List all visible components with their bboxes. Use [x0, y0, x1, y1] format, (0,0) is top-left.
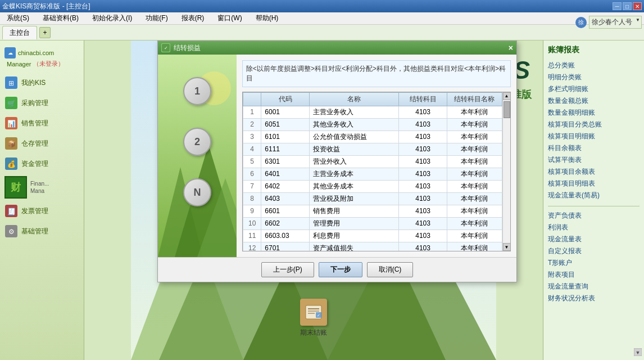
- sidebar-label-sales: 销售管理: [21, 119, 48, 128]
- sidebar-label-finance-mgr: 资金管理: [21, 159, 48, 169]
- cell-no: 12: [243, 242, 261, 251]
- next-button[interactable]: 下一步: [319, 262, 362, 277]
- menu-function[interactable]: 功能(F): [143, 12, 170, 24]
- report-multi-col[interactable]: 多栏式明细账: [548, 83, 640, 95]
- window-controls[interactable]: ─ □ ✕: [613, 2, 642, 10]
- modal-close-button[interactable]: ×: [509, 43, 513, 52]
- close-button[interactable]: ✕: [633, 2, 642, 10]
- report-calc-item-detail[interactable]: 核算项目明细账: [548, 130, 640, 142]
- app-title: 金蝶KIS商贸标准版 - [主控台]: [2, 2, 90, 11]
- col-transfer-name: 结转科目名称: [447, 92, 502, 106]
- table-row[interactable]: 8 6403 营业税及附加 4103 本年利润: [243, 192, 502, 205]
- table-row[interactable]: 5 6301 营业外收入 4103 本年利润: [243, 155, 502, 168]
- report-cashflow-simple[interactable]: 现金流量表(简易): [548, 190, 640, 201]
- table-row[interactable]: 11 6603.03 利息费用 4103 本年利润: [243, 230, 502, 242]
- sidebar-item-basic[interactable]: ⚙ 基础管理: [0, 221, 84, 241]
- cell-transfer-code: 4103: [399, 106, 447, 118]
- cell-code: 6602: [261, 217, 310, 230]
- report-trial-balance[interactable]: 试算平衡表: [548, 154, 640, 166]
- report-t-account[interactable]: T形账户: [548, 257, 640, 269]
- cell-name: 销售费用: [310, 205, 399, 217]
- scroll-down-button[interactable]: ▼: [503, 243, 511, 251]
- modal-title-bar: ✓ 结转损益 ×: [158, 41, 516, 55]
- report-calc-detail[interactable]: 核算项目明细表: [548, 178, 640, 190]
- cell-transfer-code: 4103: [399, 242, 447, 251]
- report-qty-amount-total[interactable]: 数量金额总账: [548, 95, 640, 107]
- sidebar-item-purchase[interactable]: 🛒 采购管理: [0, 93, 84, 113]
- cell-name: 营业外收入: [310, 155, 399, 168]
- cell-transfer-name: 本年利润: [447, 118, 502, 130]
- table-row[interactable]: 7 6402 其他业务成本 4103 本年利润: [243, 180, 502, 192]
- cell-name: 公允价值变动损益: [310, 130, 399, 143]
- cell-name: 其他业务成本: [310, 180, 399, 192]
- menu-help[interactable]: 帮助(H): [253, 12, 281, 24]
- table-row[interactable]: 3 6101 公允价值变动损益 4103 本年利润: [243, 130, 502, 143]
- cell-name: 管理费用: [310, 217, 399, 230]
- sidebar-item-finance-mgr[interactable]: 💰 资金管理: [0, 154, 84, 174]
- report-calc-balance[interactable]: 核算项目余额表: [548, 166, 640, 178]
- cell-name: 营业税及附加: [310, 192, 399, 205]
- menu-system[interactable]: 系统(S): [4, 12, 31, 24]
- cell-code: 6101: [261, 130, 310, 143]
- report-calc-item-total[interactable]: 核算项目分类总账: [548, 119, 640, 130]
- cell-code: 6051: [261, 118, 310, 130]
- period-close-icon: ✓: [300, 299, 327, 326]
- prev-button[interactable]: 上一步(P): [261, 262, 314, 277]
- tab-add-button[interactable]: +: [39, 27, 51, 38]
- scroll-thumb[interactable]: [504, 101, 510, 118]
- menu-init[interactable]: 初始化录入(I): [90, 12, 134, 24]
- main-area: ☁ chinacbi.com Manager （未登录） ⊞ 我的KIS 🛒 采…: [0, 40, 644, 360]
- report-cashflow-query[interactable]: 现金流量查询: [548, 281, 640, 292]
- cell-no: 11: [243, 230, 261, 242]
- period-close-button[interactable]: ✓ 期末结账: [300, 299, 327, 338]
- cell-transfer-code: 4103: [399, 192, 447, 205]
- invoice-icon: 🧾: [4, 204, 18, 218]
- report-general-ledger[interactable]: 总分类账: [548, 60, 640, 71]
- table-row[interactable]: 10 6602 管理费用 4103 本年利润: [243, 217, 502, 230]
- scroll-up-button[interactable]: ▲: [503, 92, 511, 100]
- table-scroll-area[interactable]: 代码 名称 结转科目 结转科目名称 1 6001 主营业务收入 4103 本年利: [243, 92, 502, 251]
- table-row[interactable]: 9 6601 销售费用 4103 本年利润: [243, 205, 502, 217]
- user-area: 徐 徐少春个人号: [575, 16, 642, 29]
- report-balance-sheet[interactable]: 资产负债表: [548, 210, 640, 222]
- sidebar-item-sales[interactable]: 📊 销售管理: [0, 113, 84, 133]
- tab-bar: 主控台 +: [0, 25, 644, 40]
- report-appendix[interactable]: 附表项目: [548, 269, 640, 281]
- wizard-step-1: 1: [183, 77, 211, 105]
- maximize-button[interactable]: □: [623, 2, 632, 10]
- tab-main[interactable]: 主控台: [2, 26, 37, 39]
- cell-transfer-code: 4103: [399, 155, 447, 168]
- cancel-button[interactable]: 取消(C): [367, 262, 414, 277]
- menu-report[interactable]: 报表(R): [179, 12, 207, 24]
- table-row[interactable]: 6 6401 主营业务成本 4103 本年利润: [243, 168, 502, 180]
- sidebar-item-finance[interactable]: 财 Finan...Mana: [0, 174, 84, 201]
- report-cashflow[interactable]: 现金流量表: [548, 233, 640, 245]
- report-custom[interactable]: 自定义报表: [548, 245, 640, 257]
- basic-icon: ⚙: [4, 224, 18, 238]
- table-row[interactable]: 12 6701 资产减值损失 4103 本年利润: [243, 242, 502, 251]
- menu-window[interactable]: 窗口(W): [215, 12, 244, 24]
- cell-code: 6402: [261, 180, 310, 192]
- report-profit[interactable]: 利润表: [548, 222, 640, 233]
- svg-text:📊: 📊: [7, 119, 16, 128]
- sidebar-item-invoice[interactable]: 🧾 发票管理: [0, 201, 84, 221]
- report-balance[interactable]: 科目余额表: [548, 142, 640, 154]
- cell-transfer-name: 本年利润: [447, 155, 502, 168]
- table-row[interactable]: 2 6051 其他业务收入 4103 本年利润: [243, 118, 502, 130]
- user-dropdown[interactable]: 徐少春个人号: [589, 16, 642, 29]
- report-qty-amount-detail[interactable]: 数量金额明细账: [548, 107, 640, 119]
- table-scrollbar[interactable]: ▲ ▼: [502, 92, 510, 251]
- report-section-2: 资产负债表 利润表 现金流量表 自定义报表 T形账户 附表项目 现金流量查询 财…: [548, 210, 640, 304]
- report-detail-ledger[interactable]: 明细分类账: [548, 71, 640, 83]
- right-panel-scroll-down[interactable]: ▼: [634, 348, 642, 358]
- cell-transfer-name: 本年利润: [447, 230, 502, 242]
- sidebar-item-my-kis[interactable]: ⊞ 我的KIS: [0, 73, 84, 93]
- table-row[interactable]: 4 6111 投资收益 4103 本年利润: [243, 143, 502, 155]
- col-no: [243, 92, 261, 106]
- table-row[interactable]: 1 6001 主营业务收入 4103 本年利润: [243, 106, 502, 118]
- minimize-button[interactable]: ─: [613, 2, 622, 10]
- report-financial-analysis[interactable]: 财务状况分析表: [548, 292, 640, 304]
- sales-icon: 📊: [4, 116, 18, 130]
- menu-basic-data[interactable]: 基础资料(B): [40, 12, 81, 24]
- sidebar-item-inventory[interactable]: 📦 仓存管理: [0, 133, 84, 154]
